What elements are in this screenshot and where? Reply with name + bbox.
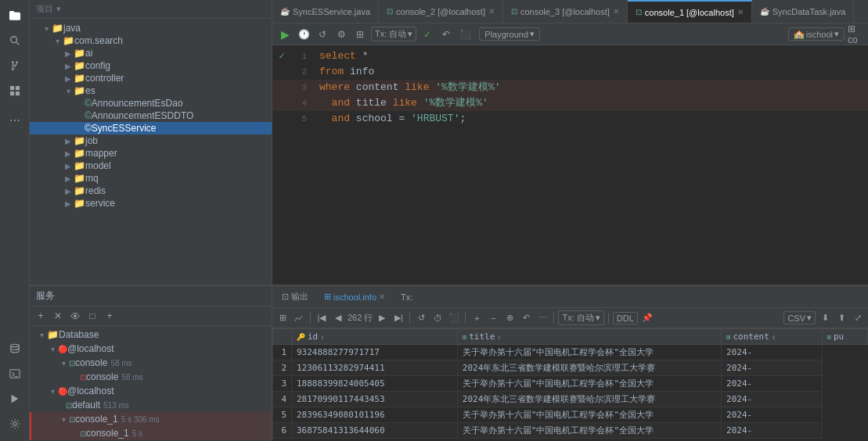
tree-item-java[interactable]: ▾ 📁 java <box>30 22 272 34</box>
rtb-fullscreen-btn[interactable]: ⤢ <box>851 311 865 325</box>
tx-label[interactable]: Tx: 自动 ▾ <box>371 27 416 41</box>
close-icon-ischool[interactable]: ✕ <box>379 292 385 301</box>
tab-sync-es-service[interactable]: ☕ SyncESService.java <box>272 0 379 23</box>
db-item-console1-node[interactable]: ▾ ⊡ console_1 5 s 306 ms <box>30 412 272 426</box>
sidebar-icon-more[interactable]: ⋯ <box>4 109 26 131</box>
line-check-1: ✓ <box>272 48 291 64</box>
rtb-clone-btn[interactable]: ⊕ <box>502 311 517 325</box>
rtb-del-row-btn[interactable]: − <box>486 311 500 325</box>
rtb-next-btn[interactable]: ▶ <box>375 311 389 325</box>
sidebar-icon-search[interactable] <box>4 30 26 52</box>
sidebar-icon-db[interactable] <box>4 338 26 360</box>
playground-button[interactable]: Playground ▾ <box>479 27 540 41</box>
csv-button[interactable]: CSV ▾ <box>783 311 816 324</box>
services-close-btn[interactable]: ✕ <box>50 308 66 324</box>
grid-button[interactable]: ⊞ <box>352 27 368 42</box>
folder-icon-redis: 📁 <box>74 185 85 196</box>
services-plus-btn[interactable]: + <box>33 308 49 324</box>
user-button[interactable]: 🏫 ischool ▾ <box>788 27 845 41</box>
tree-item-redis[interactable]: ▶ 📁 redis <box>30 185 272 197</box>
db-item-localhost1[interactable]: ▾ 🔴 @localhost <box>30 342 272 356</box>
services-eye-btn[interactable] <box>67 308 83 324</box>
panel-header: 项目 ▾ <box>30 0 272 19</box>
rtb-timer-btn[interactable]: ⏱ <box>430 311 445 325</box>
close-icon-console-3[interactable]: ✕ <box>613 7 619 16</box>
db-item-localhost2[interactable]: ▾ 🔴 @localhost <box>30 384 272 398</box>
main-content: 项目 ▾ ▾ 📁 java ▾ 📁 com.search <box>30 0 868 441</box>
rtb-table-btn[interactable]: ⊞ <box>276 311 290 325</box>
tree-item-mq[interactable]: ▶ 📁 mq <box>30 172 272 185</box>
rtb-ddl-btn[interactable]: DDL <box>613 312 638 324</box>
run-button[interactable]: ▶ <box>277 27 293 42</box>
tree-item-announcement-dto[interactable]: © AnnouncementESDDTO <box>30 109 272 122</box>
db-item-console-leaf[interactable]: ⊡ console 58 ms <box>30 370 272 384</box>
tree-item-ai[interactable]: ▶ 📁 ai <box>30 47 272 59</box>
tree-item-job[interactable]: ▶ 📁 job <box>30 134 272 147</box>
tab-console-2[interactable]: ⊡ console_2 [@localhost] ✕ <box>379 0 503 23</box>
data-table-wrapper[interactable]: 🔑 id ↕ ⊞ title ↕ <box>272 328 868 441</box>
sidebar-icon-settings[interactable] <box>4 413 26 435</box>
sidebar-icon-apps[interactable] <box>4 80 26 102</box>
db-item-default[interactable]: ⊡ default 513 ms <box>30 398 272 412</box>
rtb-first-btn[interactable]: |◀ <box>315 311 329 325</box>
tree-item-service[interactable]: ▶ 📁 service <box>30 197 272 210</box>
rtb-pin-btn[interactable]: 📌 <box>640 311 654 325</box>
close-icon-console-1[interactable]: ✕ <box>737 8 744 16</box>
page-info: 262 行 <box>348 312 373 324</box>
tree-item-controller[interactable]: ▶ 📁 controller <box>30 72 272 84</box>
col-header-id[interactable]: 🔑 id ↕ <box>292 329 458 345</box>
sidebar-icon-run[interactable] <box>4 388 26 410</box>
co-button[interactable]: ⊞ co <box>848 27 863 42</box>
rtb-export-btn[interactable]: ⬇ <box>818 311 832 325</box>
tab-sync-data-task[interactable]: ☕ SyncDataTask.java <box>752 0 855 23</box>
rtb-tx-text: Tx: 自动 <box>562 312 593 324</box>
tab-console-3[interactable]: ⊡ console_3 [@localhost] ✕ <box>503 0 628 23</box>
tree-item-es[interactable]: ▾ 📁 es <box>30 84 272 97</box>
col-header-content[interactable]: ⊞ content ↕ <box>722 329 822 345</box>
rtb-prev-btn[interactable]: ◀ <box>331 311 345 325</box>
col-header-pu[interactable]: ⊞ pu <box>822 329 867 345</box>
check-button[interactable]: ✓ <box>420 27 435 42</box>
rtb-revert-btn[interactable]: ↶ <box>519 311 533 325</box>
rtb-import-btn[interactable]: ⬆ <box>834 311 848 325</box>
db-item-console-node[interactable]: ▾ ⊡ console 58 ms <box>30 356 272 370</box>
rtb-more-btn[interactable]: ⋯ <box>535 311 549 325</box>
tree-item-com-search[interactable]: ▾ 📁 com.search <box>30 34 272 47</box>
tab-console-1[interactable]: ⊡ console_1 [@localhost] ✕ <box>628 0 752 23</box>
services-window-btn[interactable]: □ <box>85 308 100 324</box>
rtb-sep-5 <box>608 313 609 324</box>
tree-item-config[interactable]: ▶ 📁 config <box>30 59 272 72</box>
sidebar-icon-folder[interactable] <box>4 5 26 27</box>
rtb-last-btn[interactable]: ▶| <box>391 311 405 325</box>
rtb-refresh-btn[interactable]: ↺ <box>414 311 428 325</box>
col-header-title[interactable]: ⊞ title ↕ <box>457 329 721 345</box>
db-time-console1-leaf: 5 s <box>132 429 142 438</box>
tree-item-sync-es-service[interactable]: © SyncESService <box>30 122 272 134</box>
results-tab-output[interactable]: ⊡ 输出 <box>276 289 315 304</box>
results-tab-ischool[interactable]: ⊞ ischool.info ✕ <box>318 290 391 303</box>
reload-button[interactable]: ↺ <box>315 27 330 42</box>
rtb-stop-btn[interactable]: ⬛ <box>447 311 461 325</box>
stop-button[interactable]: ⬛ <box>457 27 473 42</box>
db-item-console1-leaf[interactable]: ⊡ console_1 5 s <box>30 426 272 440</box>
rtb-tx-label[interactable]: Tx: 自动 ▾ <box>558 310 603 325</box>
services-tree: ▾ 📁 Database ▾ 🔴 @localhost ▾ ⊡ console <box>30 326 272 441</box>
editor-panel: ☕ SyncESService.java ⊡ console_2 [@local… <box>272 0 868 285</box>
services-add-btn[interactable]: + <box>102 308 117 324</box>
db-label-console1-node: console_1 <box>75 414 118 425</box>
close-icon-console-2[interactable]: ✕ <box>488 7 495 16</box>
sidebar-icon-terminal[interactable] <box>4 363 26 385</box>
db-item-database[interactable]: ▾ 📁 Database <box>30 328 272 342</box>
history-button[interactable]: 🕐 <box>296 27 312 42</box>
sidebar-icon-git[interactable] <box>4 55 26 77</box>
results-tab-tx[interactable]: Tx: <box>394 291 419 303</box>
tree-item-announcement-dao[interactable]: © AnnouncementEsDao <box>30 97 272 109</box>
rtb-chart-btn[interactable] <box>292 311 306 325</box>
rtb-add-row-btn[interactable]: + <box>470 311 484 325</box>
settings-button[interactable]: ⚙ <box>333 27 349 42</box>
tree-item-model[interactable]: ▶ 📁 model <box>30 160 272 172</box>
tree-label-sync-es: SyncESService <box>92 123 157 134</box>
undo-button[interactable]: ↶ <box>438 27 454 42</box>
code-editor[interactable]: ✓ 1 select * 2 from info 3 where content… <box>272 45 868 285</box>
tree-item-mapper[interactable]: ▶ 📁 mapper <box>30 147 272 160</box>
